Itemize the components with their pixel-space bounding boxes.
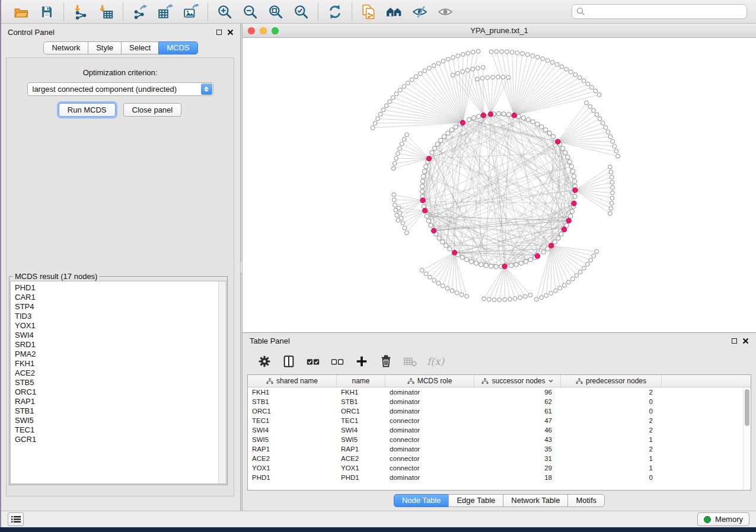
tab-motifs[interactable]: Motifs: [567, 494, 605, 507]
network-node[interactable]: [476, 49, 480, 53]
network-node[interactable]: [588, 105, 592, 109]
zoom-selected-icon[interactable]: [292, 3, 310, 21]
cell-predecessor_nodes[interactable]: 2: [561, 446, 662, 453]
network-node[interactable]: [446, 131, 450, 135]
network-node[interactable]: [436, 61, 441, 65]
cell-shared_name[interactable]: ACE2: [248, 455, 337, 462]
network-node[interactable]: [608, 134, 613, 139]
network-node[interactable]: [594, 89, 598, 93]
network-node[interactable]: [589, 258, 593, 262]
network-node[interactable]: [378, 113, 382, 117]
network-node[interactable]: [516, 114, 521, 118]
minimize-window-button[interactable]: [260, 27, 267, 34]
network-node[interactable]: [601, 121, 605, 125]
table-row[interactable]: ORC1ORC1dominator610: [248, 406, 751, 416]
network-node[interactable]: [476, 66, 480, 70]
network-node[interactable]: [435, 142, 439, 146]
network-node[interactable]: [465, 68, 470, 72]
network-node[interactable]: [424, 272, 428, 276]
mcds-result-item[interactable]: RAP1: [15, 397, 226, 406]
network-hub-node[interactable]: [562, 227, 567, 232]
cell-shared_name[interactable]: SWI4: [248, 427, 337, 434]
network-node[interactable]: [521, 116, 525, 120]
network-hub-node[interactable]: [549, 243, 554, 248]
cell-mcds_role[interactable]: dominator: [385, 408, 474, 415]
cell-successor_nodes[interactable]: 31: [474, 455, 561, 462]
network-node[interactable]: [582, 266, 586, 270]
network-node[interactable]: [396, 219, 400, 223]
network-node[interactable]: [616, 154, 620, 158]
network-node[interactable]: [441, 59, 445, 63]
network-node[interactable]: [508, 297, 512, 302]
cell-successor_nodes[interactable]: 96: [474, 389, 561, 396]
network-node[interactable]: [460, 255, 464, 259]
network-node[interactable]: [531, 54, 535, 58]
network-node[interactable]: [606, 130, 610, 134]
table-scrollbar[interactable]: [743, 388, 750, 489]
network-node[interactable]: [424, 164, 428, 168]
cell-mcds_role[interactable]: connector: [385, 455, 474, 462]
network-node[interactable]: [540, 125, 544, 129]
network-node[interactable]: [384, 104, 388, 108]
network-node[interactable]: [489, 50, 493, 54]
table-scrollbar-thumb[interactable]: [745, 389, 749, 426]
network-node[interactable]: [394, 156, 398, 161]
network-node[interactable]: [555, 62, 559, 66]
network-node[interactable]: [449, 128, 454, 132]
task-history-button[interactable]: [8, 512, 24, 526]
network-node[interactable]: [528, 293, 532, 297]
cell-shared_name[interactable]: ORC1: [248, 408, 337, 415]
network-node[interactable]: [550, 60, 554, 65]
zoom-in-icon[interactable]: [216, 3, 234, 21]
mcds-result-item[interactable]: CAR1: [15, 293, 226, 302]
export-table-icon[interactable]: [157, 3, 174, 21]
network-node[interactable]: [535, 122, 539, 126]
network-node[interactable]: [524, 294, 528, 299]
apply-function-icon[interactable]: f(x): [427, 354, 444, 369]
network-node[interactable]: [469, 259, 473, 264]
mcds-result-item[interactable]: SWI4: [15, 331, 226, 340]
network-node[interactable]: [611, 185, 615, 190]
mcds-result-item[interactable]: FKH1: [15, 359, 226, 368]
network-node[interactable]: [403, 226, 407, 230]
add-column-icon[interactable]: [354, 354, 369, 369]
network-node[interactable]: [444, 243, 448, 248]
network-node[interactable]: [398, 147, 402, 151]
network-node[interactable]: [454, 125, 458, 129]
column-header-MCDS-role[interactable]: MCDS role: [385, 375, 474, 387]
cell-shared_name[interactable]: PHD1: [248, 474, 337, 481]
network-node[interactable]: [421, 174, 425, 178]
network-node[interactable]: [455, 71, 460, 75]
network-node[interactable]: [610, 180, 614, 184]
network-node[interactable]: [429, 223, 433, 227]
network-node[interactable]: [608, 165, 613, 169]
cell-successor_nodes[interactable]: 29: [474, 464, 561, 472]
network-node[interactable]: [502, 112, 506, 116]
optimization-criterion-select[interactable]: largest connected component (undirected): [27, 82, 213, 96]
network-node[interactable]: [489, 264, 493, 268]
network-node[interactable]: [405, 133, 409, 137]
network-node[interactable]: [492, 297, 496, 302]
network-hub-node[interactable]: [566, 218, 572, 223]
hide-selected-icon[interactable]: [411, 3, 429, 21]
network-node[interactable]: [479, 262, 483, 267]
cell-mcds_role[interactable]: dominator: [385, 389, 474, 396]
network-hub-node[interactable]: [422, 208, 428, 213]
network-node[interactable]: [391, 95, 395, 100]
network-node[interactable]: [506, 112, 511, 116]
network-node[interactable]: [428, 66, 432, 70]
import-network-icon[interactable]: [72, 3, 90, 21]
network-node[interactable]: [495, 50, 499, 54]
mcds-result-item[interactable]: ACE2: [15, 368, 226, 378]
cell-shared_name[interactable]: FKH1: [248, 389, 337, 396]
network-node[interactable]: [414, 75, 418, 79]
network-node[interactable]: [486, 76, 490, 80]
mcds-list-scrollbar[interactable]: [218, 281, 226, 483]
network-node[interactable]: [608, 211, 613, 216]
network-node[interactable]: [551, 134, 555, 139]
close-panel-button[interactable]: Close panel: [123, 103, 182, 117]
network-node[interactable]: [400, 142, 404, 146]
cell-predecessor_nodes[interactable]: 0: [561, 408, 662, 415]
mcds-result-item[interactable]: TEC1: [15, 425, 226, 435]
network-node[interactable]: [567, 280, 571, 284]
